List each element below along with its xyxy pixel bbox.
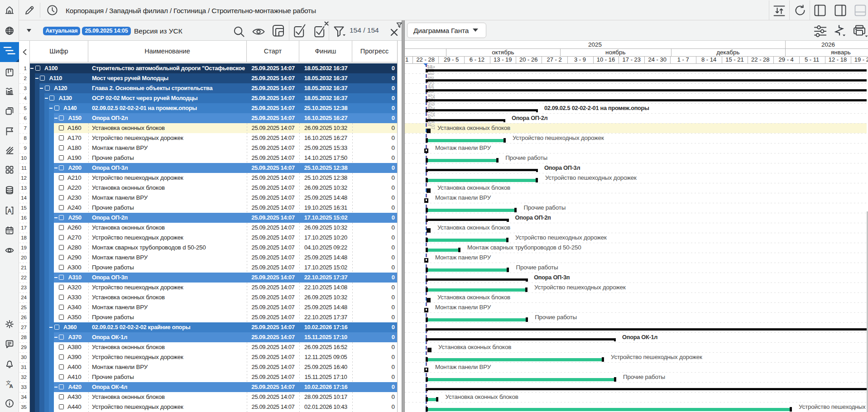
svg-text:A: A [8,208,12,214]
svg-text:A: A [10,383,13,389]
